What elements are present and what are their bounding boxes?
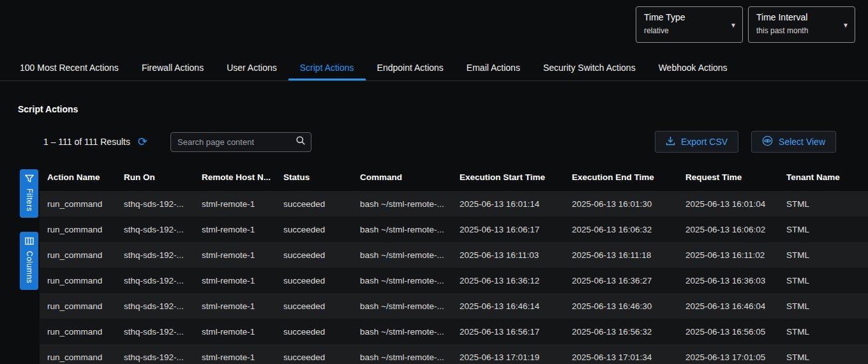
table-cell: 2025-06-13 16:56:05	[678, 319, 779, 344]
table-cell: sthq-sds-192-...	[116, 191, 194, 216]
table-cell: run_command	[40, 344, 116, 364]
refresh-icon[interactable]: ⟳	[138, 136, 147, 148]
table-columns-icon	[25, 237, 34, 247]
time-type-value: relative	[644, 26, 727, 35]
table-cell: sthq-sds-192-...	[116, 344, 194, 364]
table-cell: succeeded	[276, 242, 352, 268]
table-header-row: Action NameRun OnRemote Host N...StatusC…	[40, 163, 868, 191]
table-cell: bash ~/stml-remote-...	[352, 216, 452, 242]
download-icon	[666, 136, 675, 148]
table-cell: succeeded	[276, 191, 352, 216]
funnel-icon	[25, 174, 34, 185]
table-row[interactable]: run_commandsthq-sds-192-...stml-remote-1…	[40, 268, 868, 293]
table-cell: bash ~/stml-remote-...	[352, 191, 452, 216]
table-cell: 2025-06-13 16:46:30	[564, 293, 678, 319]
search-box[interactable]	[170, 132, 311, 152]
side-buttons: Filters Columns	[20, 169, 38, 290]
table-cell: succeeded	[276, 293, 352, 319]
filters-button[interactable]: Filters	[20, 169, 38, 218]
table-cell: stml-remote-1	[194, 242, 276, 268]
select-view-button[interactable]: Select View	[751, 131, 836, 153]
table-cell: 2025-06-13 17:01:19	[452, 344, 564, 364]
table-cell: sthq-sds-192-...	[116, 268, 194, 293]
column-header[interactable]: Execution Start Time	[452, 163, 564, 191]
table-cell: 2025-06-13 16:46:04	[678, 293, 779, 319]
tab[interactable]: 100 Most Recent Actions	[8, 56, 130, 80]
export-csv-label: Export CSV	[681, 137, 728, 147]
table-cell: 2025-06-13 16:01:04	[678, 191, 779, 216]
column-header[interactable]: Tenant Name	[779, 163, 868, 191]
table-row[interactable]: run_commandsthq-sds-192-...stml-remote-1…	[40, 293, 868, 319]
table-cell: run_command	[40, 216, 116, 242]
table-cell: STML	[779, 191, 868, 216]
table-cell: sthq-sds-192-...	[116, 216, 194, 242]
tab-bar: 100 Most Recent ActionsFirewall ActionsU…	[0, 56, 868, 81]
table-cell: run_command	[40, 242, 116, 268]
column-header[interactable]: Status	[276, 163, 352, 191]
table-cell: stml-remote-1	[194, 319, 276, 344]
tab[interactable]: Security Switch Actions	[532, 56, 647, 80]
tab[interactable]: Email Actions	[455, 56, 532, 80]
table-cell: 2025-06-13 16:01:30	[564, 191, 678, 216]
table-cell: 2025-06-13 17:01:05	[678, 344, 779, 364]
top-bar: Time Type relative ▼ Time Interval this …	[0, 0, 868, 56]
column-header[interactable]: Execution End Time	[564, 163, 678, 191]
table-row[interactable]: run_commandsthq-sds-192-...stml-remote-1…	[40, 344, 868, 364]
eye-icon	[762, 135, 773, 148]
table-cell: bash ~/stml-remote-...	[352, 268, 452, 293]
time-type-label: Time Type	[644, 12, 727, 22]
table-cell: succeeded	[276, 216, 352, 242]
table-section: Filters Columns Action NameRun OnRemote …	[0, 163, 868, 364]
tab[interactable]: User Actions	[215, 56, 288, 80]
table-cell: sthq-sds-192-...	[116, 293, 194, 319]
table-cell: stml-remote-1	[194, 293, 276, 319]
table-cell: STML	[779, 242, 868, 268]
table-cell: 2025-06-13 16:56:17	[452, 319, 564, 344]
tab[interactable]: Endpoint Actions	[366, 56, 455, 80]
export-csv-button[interactable]: Export CSV	[655, 131, 738, 153]
table-cell: sthq-sds-192-...	[116, 242, 194, 268]
table-cell: 2025-06-13 16:11:03	[452, 242, 564, 268]
table-cell: bash ~/stml-remote-...	[352, 293, 452, 319]
table-cell: 2025-06-13 16:06:02	[678, 216, 779, 242]
table-cell: run_command	[40, 319, 116, 344]
tab[interactable]: Webhook Actions	[647, 56, 739, 80]
table-row[interactable]: run_commandsthq-sds-192-...stml-remote-1…	[40, 216, 868, 242]
page-title: Script Actions	[18, 104, 868, 114]
table-cell: succeeded	[276, 268, 352, 293]
table-row[interactable]: run_commandsthq-sds-192-...stml-remote-1…	[40, 242, 868, 268]
table-cell: stml-remote-1	[194, 191, 276, 216]
chevron-down-icon: ▼	[842, 21, 849, 28]
table-cell: stml-remote-1	[194, 344, 276, 364]
columns-button[interactable]: Columns	[20, 232, 38, 290]
table-cell: 2025-06-13 16:06:17	[452, 216, 564, 242]
table-cell: stml-remote-1	[194, 216, 276, 242]
table-cell: STML	[779, 293, 868, 319]
table-cell: bash ~/stml-remote-...	[352, 242, 452, 268]
table-row[interactable]: run_commandsthq-sds-192-...stml-remote-1…	[40, 319, 868, 344]
column-header[interactable]: Action Name	[40, 163, 116, 191]
time-interval-value: this past month	[756, 26, 839, 35]
table-cell: succeeded	[276, 344, 352, 364]
table-body: run_commandsthq-sds-192-...stml-remote-1…	[40, 191, 868, 364]
column-header[interactable]: Request Time	[678, 163, 779, 191]
time-interval-dropdown[interactable]: Time Interval this past month ▼	[748, 6, 855, 43]
time-interval-label: Time Interval	[756, 12, 839, 22]
search-icon	[296, 135, 306, 148]
tab[interactable]: Firewall Actions	[130, 56, 215, 80]
results-count: 1 – 111 of 111 Results	[43, 137, 130, 147]
table-cell: STML	[779, 268, 868, 293]
tab[interactable]: Script Actions	[288, 56, 366, 80]
column-header[interactable]: Run On	[116, 163, 194, 191]
table-cell: bash ~/stml-remote-...	[352, 344, 452, 364]
table-cell: 2025-06-13 16:11:18	[564, 242, 678, 268]
table-cell: bash ~/stml-remote-...	[352, 319, 452, 344]
chevron-down-icon: ▼	[730, 21, 737, 28]
column-header[interactable]: Remote Host N...	[194, 163, 276, 191]
search-input[interactable]	[177, 137, 296, 147]
table-row[interactable]: run_commandsthq-sds-192-...stml-remote-1…	[40, 191, 868, 216]
column-header[interactable]: Command	[352, 163, 452, 191]
time-type-dropdown[interactable]: Time Type relative ▼	[636, 6, 743, 43]
select-view-label: Select View	[779, 137, 825, 147]
table-cell: run_command	[40, 293, 116, 319]
